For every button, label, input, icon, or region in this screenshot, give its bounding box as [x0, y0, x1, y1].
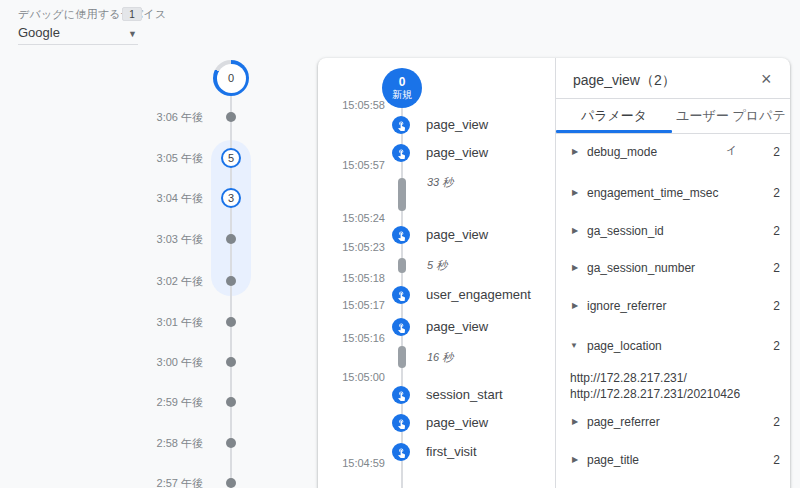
event-timestamp: 15:05:16: [325, 331, 385, 345]
debug-device-label: デバッグに使用するデバイス: [18, 7, 166, 22]
event-name[interactable]: page_view: [426, 117, 488, 133]
minute-label: 3:02 午後: [141, 274, 203, 288]
event-timestamp: 15:05:00: [325, 370, 385, 384]
minute-marker-dot[interactable]: [226, 478, 236, 488]
event-timestamp: 15:05:24: [325, 211, 385, 225]
touch-app-glyph: [396, 322, 407, 333]
minute-marker-count[interactable]: 3: [221, 188, 241, 208]
minute-label: 2:58 午後: [141, 436, 203, 450]
minute-label: 3:00 午後: [141, 355, 203, 369]
event-name[interactable]: session_start: [426, 387, 503, 403]
touch-app-glyph: [396, 290, 407, 301]
minute-label: 2:59 午後: [141, 395, 203, 409]
gap-duration: 33 秒: [427, 175, 453, 189]
device-dropdown[interactable]: Google: [18, 25, 60, 40]
event-name[interactable]: page_view: [426, 227, 488, 243]
param-name[interactable]: debug_mode: [587, 144, 657, 160]
param-value-url: http://172.28.217.231/20210426: [570, 386, 740, 402]
touch-app-glyph: [396, 230, 407, 241]
touch-app-glyph: [396, 447, 407, 458]
event-timestamp: 15:05:18: [325, 271, 385, 285]
expand-caret-icon[interactable]: ▶: [572, 260, 578, 276]
gap-capsule: [398, 178, 406, 211]
param-name[interactable]: page_location: [587, 338, 662, 354]
minute-label: 3:05 午後: [141, 151, 203, 165]
event-timestamp: 15:05:57: [325, 158, 385, 172]
touch-app-glyph: [396, 390, 407, 401]
detail-panel-title: page_view（2）: [573, 72, 676, 90]
param-count: 2: [740, 414, 780, 430]
expand-caret-icon[interactable]: ▶: [572, 452, 578, 468]
event-name[interactable]: page_view: [426, 319, 488, 335]
touch-event-icon[interactable]: [392, 318, 410, 336]
touch-app-glyph: [396, 148, 407, 159]
event-name[interactable]: user_engagement: [426, 287, 531, 303]
expand-caret-icon[interactable]: ▶: [572, 144, 578, 160]
event-name[interactable]: first_visit: [426, 444, 477, 460]
param-name[interactable]: page_referrer: [587, 414, 660, 430]
touch-event-icon[interactable]: [392, 414, 410, 432]
param-count: 2: [740, 144, 780, 160]
dropdown-underline: [18, 44, 138, 45]
event-timestamp: 15:04:59: [325, 456, 385, 470]
minute-marker-dot[interactable]: [226, 112, 236, 122]
tabs-divider: [556, 133, 790, 134]
touch-app-glyph: [396, 120, 407, 131]
gap-capsule: [398, 346, 406, 368]
touch-event-icon[interactable]: [392, 386, 410, 404]
minute-summary-count: 0: [217, 64, 246, 93]
minute-marker-dot[interactable]: [226, 438, 236, 448]
param-count: 2: [740, 338, 780, 354]
ga-debugview-screen: デバッグに使用するデバイス 1 Google ▼ 0 3:06 午後 3:05 …: [0, 0, 800, 488]
new-events-count: 0: [399, 76, 406, 89]
new-events-label: 新規: [392, 89, 412, 101]
param-count: 2: [740, 223, 780, 239]
event-name[interactable]: page_view: [426, 415, 488, 431]
minute-marker-dot[interactable]: [226, 317, 236, 327]
event-name[interactable]: page_view: [426, 145, 488, 161]
event-timestamp: 15:05:23: [325, 240, 385, 254]
tab-parameters[interactable]: パラメータ: [556, 99, 672, 133]
minute-label: 3:01 午後: [141, 315, 203, 329]
minute-label: 3:04 午後: [141, 191, 203, 205]
expand-caret-icon[interactable]: ▶: [572, 223, 578, 239]
minute-marker-dot[interactable]: [226, 397, 236, 407]
touch-event-icon[interactable]: [392, 286, 410, 304]
collapse-caret-icon[interactable]: ▼: [570, 338, 578, 354]
touch-event-icon[interactable]: [392, 116, 410, 134]
minute-marker-dot[interactable]: [226, 357, 236, 367]
minute-label: 3:06 午後: [141, 110, 203, 124]
touch-event-icon[interactable]: [392, 144, 410, 162]
event-timestamp: 15:05:58: [325, 98, 385, 112]
minute-label: 2:57 午後: [141, 476, 203, 488]
new-events-badge: 0 新規: [382, 68, 422, 108]
event-timestamp: 15:05:17: [325, 298, 385, 312]
expand-caret-icon[interactable]: ▶: [572, 185, 578, 201]
gap-duration: 5 秒: [427, 258, 447, 272]
param-value-url: http://172.28.217.231/: [570, 370, 687, 386]
minute-marker-dot[interactable]: [226, 276, 236, 286]
minute-label: 3:03 午後: [141, 232, 203, 246]
param-name[interactable]: ignore_referrer: [587, 298, 666, 314]
expand-caret-icon[interactable]: ▶: [572, 298, 578, 314]
touch-event-icon[interactable]: [392, 226, 410, 244]
param-count: 2: [740, 298, 780, 314]
close-icon[interactable]: ×: [761, 70, 772, 88]
param-name[interactable]: page_title: [587, 452, 639, 468]
param-count: 2: [740, 260, 780, 276]
gap-capsule: [398, 258, 406, 273]
chevron-down-icon[interactable]: ▼: [128, 29, 137, 39]
expand-caret-icon[interactable]: ▶: [572, 414, 578, 430]
minute-summary-ring[interactable]: 0: [213, 60, 249, 96]
param-count: 2: [740, 185, 780, 201]
param-name[interactable]: ga_session_number: [587, 260, 695, 276]
param-name[interactable]: ga_session_id: [587, 223, 664, 239]
param-count: 2: [740, 452, 780, 468]
touch-app-glyph: [396, 418, 407, 429]
minute-marker-count[interactable]: 5: [221, 148, 241, 168]
param-name[interactable]: engagement_time_msec: [587, 185, 718, 201]
touch-event-icon[interactable]: [392, 443, 410, 461]
minute-marker-dot[interactable]: [226, 234, 236, 244]
gap-duration: 16 秒: [427, 350, 453, 364]
device-count-badge: 1: [122, 7, 142, 21]
